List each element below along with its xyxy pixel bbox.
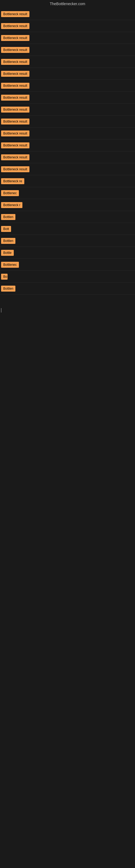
bottleneck-result-badge[interactable]: Bottleneck result [1, 95, 30, 101]
list-item: Bottleneck result [0, 56, 135, 68]
results-list: Bottleneck resultBottleneck resultBottle… [0, 8, 135, 294]
list-item: Bottlen [0, 211, 135, 223]
list-item: Bottleneck result [0, 163, 135, 175]
bottleneck-result-badge[interactable]: Bottleneck result [1, 71, 30, 77]
list-item: Bottleneck re [0, 175, 135, 187]
bottleneck-result-badge[interactable]: Bottleneck result [1, 154, 30, 160]
list-item: Bottle [0, 247, 135, 259]
bottleneck-result-badge[interactable]: Bottleneck result [1, 143, 30, 148]
list-item: Bottleneck result [0, 151, 135, 163]
list-item: Bottleneck result [0, 80, 135, 92]
bottleneck-result-badge[interactable]: Bottleneck r [1, 202, 22, 208]
bottleneck-result-badge[interactable]: Bottlenec [1, 262, 19, 268]
list-item: Bott [0, 223, 135, 235]
list-item: Bottlen [0, 283, 135, 294]
list-item: Bottleneck result [0, 68, 135, 80]
bottleneck-result-badge[interactable]: Bottlen [1, 214, 15, 220]
list-item: Bottleneck result [0, 92, 135, 104]
bottleneck-result-badge[interactable]: Bottlen [1, 286, 15, 291]
bottleneck-result-badge[interactable]: Bottleneck result [1, 166, 30, 172]
list-item: Bottleneck result [0, 140, 135, 151]
bottleneck-result-badge[interactable]: Bottleneck re [1, 178, 24, 184]
site-title: TheBottlenecker.com [0, 0, 135, 8]
site-header: TheBottlenecker.com [0, 0, 135, 8]
bottleneck-result-badge[interactable]: Bottleneck result [1, 106, 30, 113]
list-item: Bottleneck result [0, 20, 135, 32]
bottleneck-result-badge[interactable]: Bottleneck result [1, 23, 30, 29]
list-item: Bo [0, 271, 135, 283]
list-item: Bottleneck result [0, 104, 135, 116]
cursor-line [1, 308, 1, 312]
list-item: Bottleneck r [0, 199, 135, 211]
bottleneck-result-badge[interactable]: Bottleneck result [1, 83, 30, 89]
bottleneck-result-badge[interactable]: Bottleneck result [1, 119, 30, 124]
bottleneck-result-badge[interactable]: Bottlenec [1, 190, 19, 196]
list-item: Bottleneck result [0, 32, 135, 44]
bottleneck-result-badge[interactable]: Bott [1, 226, 11, 232]
list-item: Bottlen [0, 235, 135, 247]
list-item: Bottleneck result [0, 44, 135, 56]
bottleneck-result-badge[interactable]: Bottleneck result [1, 130, 30, 136]
list-item: Bottlenec [0, 259, 135, 271]
list-item: Bottleneck result [0, 8, 135, 20]
bottleneck-result-badge[interactable]: Bottleneck result [1, 59, 30, 65]
bottleneck-result-badge[interactable]: Bottleneck result [1, 11, 30, 17]
bottleneck-result-badge[interactable]: Bottlen [1, 238, 15, 244]
bottleneck-result-badge[interactable]: Bo [1, 274, 8, 280]
list-item: Bottleneck result [0, 116, 135, 127]
list-item: Bottlenec [0, 187, 135, 199]
bottleneck-result-badge[interactable]: Bottleneck result [1, 35, 30, 41]
bottleneck-result-badge[interactable]: Bottle [1, 250, 14, 256]
bottleneck-result-badge[interactable]: Bottleneck result [1, 47, 30, 53]
list-item: Bottleneck result [0, 127, 135, 140]
